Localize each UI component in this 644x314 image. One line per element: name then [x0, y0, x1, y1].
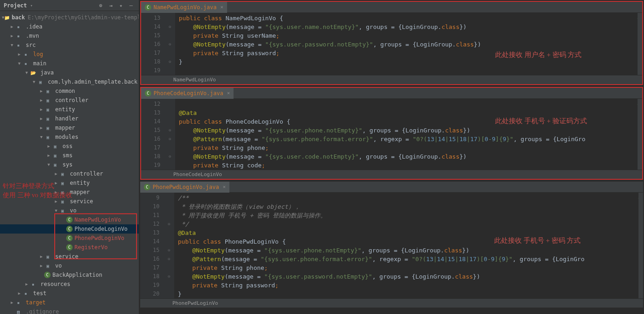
tree-node-java[interactable]: 📂java [0, 68, 139, 77]
expand-icon[interactable] [39, 97, 44, 103]
tree-node-src[interactable]: ▪src [0, 40, 139, 50]
expand-icon[interactable] [53, 208, 59, 213]
code-line[interactable]: * 用于接收使用 手机号 + 密码 登陆的数据与操作。 [178, 211, 643, 220]
expand-icon[interactable] [39, 134, 44, 140]
code-line[interactable]: private String code; [179, 161, 642, 170]
fold-bar[interactable]: ⊖ ⊖ ⊖ [169, 13, 175, 75]
locate-icon[interactable]: ⊕ [97, 1, 105, 10]
fold-bar[interactable]: ⊖⊖ ⊖ [169, 99, 175, 170]
expand-icon[interactable] [31, 79, 37, 85]
code-line[interactable]: private String phone; [178, 263, 643, 272]
expand-icon[interactable] [9, 33, 15, 39]
expand-icon[interactable] [9, 24, 15, 29]
code-line[interactable] [179, 100, 642, 108]
project-dropdown-icon[interactable]: ▾ [29, 3, 34, 8]
line-gutter[interactable]: 1213141516171819 [141, 99, 169, 170]
tree-node--idea[interactable]: ▪.idea [0, 22, 139, 31]
editor-tab[interactable]: CPhonePwdLoginVo.java× [140, 182, 229, 193]
expand-icon[interactable] [39, 263, 44, 268]
code-view[interactable]: 91011121314151617181920 ⊖ ⊖⊖ ⊖ /** * 登录时… [140, 193, 643, 298]
tree-node-vo[interactable]: ▣vo [0, 261, 139, 270]
expand-icon[interactable] [24, 281, 29, 287]
expand-icon[interactable] [17, 291, 22, 296]
tree-node-sms[interactable]: ▣sms [0, 151, 139, 160]
tree-node-entity[interactable]: ▣entity [0, 105, 139, 114]
tree-node-handler[interactable]: ▣handler [0, 114, 139, 123]
code-line[interactable]: } [178, 290, 643, 298]
tree-node-controller[interactable]: ▣controller [0, 96, 139, 105]
tree-node--gitignore[interactable]: ▤.gitignore [0, 307, 139, 314]
breadcrumb[interactable]: NamePwdLoginVo [141, 75, 642, 84]
code-view[interactable]: 1213141516171819 ⊖⊖ ⊖ @Datapublic class … [141, 99, 642, 170]
expand-icon[interactable] [39, 254, 44, 259]
tree-node-test[interactable]: ▪test [0, 289, 139, 298]
breadcrumb[interactable]: PhoneCodeLoginVo [141, 170, 642, 179]
tree-node-sys[interactable]: ▣sys [0, 160, 139, 169]
tree-node-controller[interactable]: ▣controller [0, 169, 139, 178]
settings-gear-icon[interactable]: ✦ [117, 1, 125, 10]
tree-node--mvn[interactable]: ▪.mvn [0, 31, 139, 40]
expand-icon[interactable] [17, 51, 22, 57]
code-line[interactable]: * 登录时的视图数据类（view object）， [178, 202, 643, 211]
code-line[interactable]: @NotEmpty(message = "{sys.user.code.notE… [179, 152, 642, 161]
project-tree[interactable]: 📁 back E:\myProject\myGit\admin-vue-temp… [0, 11, 139, 314]
code-line[interactable]: @NotEmpty(message = "{sys.user.phone.not… [178, 246, 643, 255]
expand-icon[interactable] [17, 61, 22, 66]
tree-node-resources[interactable]: ▪resources [0, 280, 139, 289]
code-lines[interactable]: @Datapublic class PhoneCodeLoginVo { @No… [175, 99, 642, 170]
code-lines[interactable]: public class NamePwdLoginVo { @NotEmpty(… [175, 13, 642, 75]
expand-icon[interactable] [24, 70, 29, 75]
expand-icon[interactable] [9, 42, 15, 48]
code-line[interactable]: public class NamePwdLoginVo { [179, 14, 642, 23]
code-line[interactable]: @NotEmpty(message = "{sys.user.password.… [178, 272, 643, 281]
code-line[interactable]: @NotEmpty(message = "{sys.user.password.… [179, 40, 642, 49]
code-line[interactable]: */ [178, 220, 643, 228]
tree-node-modules[interactable]: ▣modules [0, 132, 139, 142]
line-gutter[interactable]: 13141516171819 [141, 13, 169, 75]
line-gutter[interactable]: 91011121314151617181920 [140, 193, 168, 298]
tree-node-common[interactable]: ▣common [0, 86, 139, 96]
fold-bar[interactable]: ⊖ ⊖⊖ ⊖ [168, 193, 174, 298]
code-lines[interactable]: /** * 登录时的视图数据类（view object）， * 用于接收使用 手… [174, 193, 643, 298]
code-line[interactable]: @Pattern(message = "{sys.user.phone.form… [179, 135, 642, 143]
close-tab-icon[interactable]: × [227, 90, 230, 96]
tree-node-mapper[interactable]: ▣mapper [0, 123, 139, 132]
code-line[interactable]: @Data [179, 108, 642, 117]
code-line[interactable]: @Pattern(message = "{sys.user.phone.form… [178, 255, 643, 263]
code-line[interactable]: @NotEmpty(message = "{sys.user.phone.not… [179, 126, 642, 135]
error-stripe[interactable] [638, 99, 642, 170]
tree-node-target[interactable]: ▪target [0, 298, 139, 307]
tree-node-com-lyh-admin_template-back[interactable]: ▣com.lyh.admin_template.back [0, 77, 139, 86]
code-line[interactable]: @NotEmpty(message = "{sys.user.name.notE… [179, 23, 642, 31]
breadcrumb[interactable]: PhonePwdLoginVo [140, 298, 643, 308]
error-stripe[interactable] [638, 193, 643, 298]
expand-icon[interactable] [46, 143, 51, 149]
editor-tab[interactable]: CPhoneCodeLoginVo.java× [141, 88, 234, 99]
expand-icon[interactable] [9, 309, 15, 314]
tree-node-BackApplication[interactable]: CBackApplication [0, 270, 139, 280]
code-line[interactable]: private String password; [178, 281, 643, 290]
expand-icon[interactable] [9, 300, 15, 305]
expand-icon[interactable] [39, 116, 44, 121]
code-line[interactable] [179, 66, 642, 75]
code-view[interactable]: 13141516171819 ⊖ ⊖ ⊖ public class NamePw… [141, 13, 642, 75]
close-tab-icon[interactable]: × [223, 184, 226, 190]
error-stripe[interactable] [638, 13, 642, 75]
expand-icon[interactable] [39, 88, 44, 94]
hide-icon[interactable]: — [127, 1, 135, 10]
expand-icon[interactable] [39, 107, 44, 112]
tree-node-log[interactable]: ▪log [0, 50, 139, 59]
collapse-icon[interactable]: ⇥ [107, 1, 115, 10]
expand-icon[interactable] [39, 272, 44, 278]
expand-icon[interactable] [46, 153, 51, 158]
tree-node-oss[interactable]: ▣oss [0, 142, 139, 151]
code-line[interactable]: /** [178, 194, 643, 202]
code-line[interactable]: private String phone; [179, 143, 642, 152]
code-line[interactable]: private String userName; [179, 31, 642, 40]
expand-icon[interactable] [46, 162, 51, 167]
project-root[interactable]: 📁 back E:\myProject\myGit\admin-vue-temp… [0, 13, 139, 22]
expand-icon[interactable] [53, 171, 59, 177]
editor-tab[interactable]: CNamePwdLoginVo.java× [141, 2, 227, 13]
expand-icon[interactable] [39, 125, 44, 131]
close-tab-icon[interactable]: × [220, 4, 223, 10]
